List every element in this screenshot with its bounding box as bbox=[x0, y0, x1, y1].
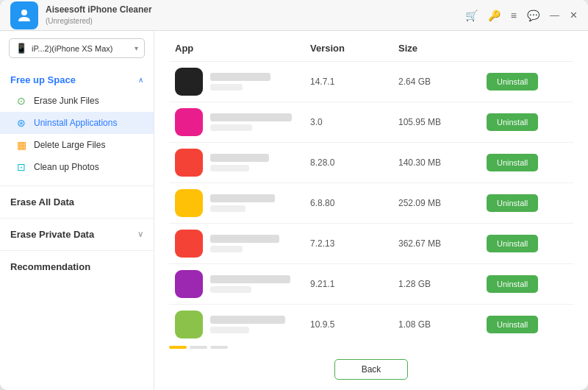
sidebar-erase-all-data[interactable]: Erase All Data bbox=[0, 189, 154, 215]
free-up-space-section: Free up Space ∧ ⊙ Erase Junk Files ⊛ Uni… bbox=[0, 65, 154, 182]
sidebar-recommendation[interactable]: Recommendation bbox=[0, 254, 154, 280]
app-sub-line bbox=[210, 246, 243, 252]
sidebar-item-delete-large[interactable]: ▦ Delete Large Files bbox=[0, 134, 154, 156]
erase-all-data-label: Erase All Data bbox=[10, 196, 74, 208]
version-cell: 14.7.1 bbox=[310, 77, 398, 87]
app-name-line bbox=[210, 73, 270, 81]
device-name: iP...2)(iPhone XS Max) bbox=[32, 44, 130, 53]
col-header-size: Size bbox=[398, 43, 487, 54]
sidebar-item-label: Clean up Photos bbox=[34, 162, 99, 172]
table-row: 7.2.13362.67 MBUninstall bbox=[169, 224, 573, 264]
app-cell bbox=[175, 108, 310, 136]
version-cell: 8.28.0 bbox=[310, 157, 398, 168]
delete-large-icon: ▦ bbox=[15, 139, 28, 151]
cart-icon[interactable]: 🛒 bbox=[465, 10, 478, 21]
col-header-action bbox=[487, 43, 567, 54]
app-name-block bbox=[210, 154, 269, 171]
close-button[interactable]: ✕ bbox=[570, 10, 578, 21]
progress-area bbox=[169, 346, 573, 349]
app-sub-line bbox=[210, 286, 251, 293]
sidebar-erase-private-data[interactable]: Erase Private Data ∨ bbox=[0, 221, 154, 247]
clean-photos-icon: ⊡ bbox=[15, 161, 28, 173]
action-cell: Uninstall bbox=[487, 275, 567, 293]
app-icon bbox=[175, 311, 203, 338]
uninstall-button[interactable]: Uninstall bbox=[487, 194, 538, 212]
uninstall-button[interactable]: Uninstall bbox=[487, 316, 538, 333]
app-cell bbox=[175, 230, 310, 258]
table-row: 10.9.51.08 GBUninstall bbox=[169, 305, 573, 340]
table-body: 14.7.12.64 GBUninstall3.0105.95 MBUninst… bbox=[169, 62, 573, 340]
version-cell: 6.8.80 bbox=[310, 198, 398, 208]
uninstall-button[interactable]: Uninstall bbox=[487, 73, 538, 91]
app-name-line bbox=[210, 154, 269, 162]
app-icon bbox=[175, 230, 203, 258]
footer: Back bbox=[169, 353, 573, 383]
size-cell: 140.30 MB bbox=[398, 157, 487, 168]
app-cell bbox=[175, 68, 310, 96]
device-selector[interactable]: 📱 iP...2)(iPhone XS Max) ▾ bbox=[9, 38, 145, 58]
sidebar-item-label: Erase Junk Files bbox=[34, 96, 99, 106]
menu-icon[interactable]: ≡ bbox=[511, 10, 517, 21]
col-header-app: App bbox=[175, 43, 310, 54]
action-cell: Uninstall bbox=[487, 154, 567, 171]
key-icon[interactable]: 🔑 bbox=[488, 10, 501, 21]
app-logo bbox=[10, 1, 38, 29]
sidebar-divider-3 bbox=[0, 250, 154, 251]
action-cell: Uninstall bbox=[487, 113, 567, 131]
back-button[interactable]: Back bbox=[334, 359, 409, 380]
app-cell bbox=[175, 189, 310, 217]
action-cell: Uninstall bbox=[487, 316, 567, 333]
uninstall-button[interactable]: Uninstall bbox=[487, 275, 538, 293]
app-name-block bbox=[210, 316, 285, 333]
table-row: 9.21.11.28 GBUninstall bbox=[169, 264, 573, 305]
main-layout: 📱 iP...2)(iPhone XS Max) ▾ Free up Space… bbox=[0, 31, 588, 390]
app-cell bbox=[175, 149, 310, 177]
recommendation-label: Recommendation bbox=[10, 261, 90, 272]
free-up-space-title: Free up Space bbox=[10, 74, 76, 85]
chevron-down-icon: ▾ bbox=[135, 44, 138, 52]
titlebar: Aiseesoft iPhone Cleaner (Unregistered) … bbox=[0, 0, 588, 31]
app-cell bbox=[175, 311, 310, 338]
sidebar-item-uninstall-apps[interactable]: ⊛ Uninstall Applications bbox=[0, 112, 154, 134]
uninstall-button[interactable]: Uninstall bbox=[487, 235, 538, 252]
app-name-line bbox=[210, 194, 275, 202]
sidebar-divider-2 bbox=[0, 218, 154, 219]
app-icon bbox=[175, 108, 203, 136]
app-sub-title: (Unregistered) bbox=[46, 16, 152, 26]
app-name-line bbox=[210, 235, 279, 243]
app-sub-line bbox=[210, 205, 245, 212]
app-main-title: Aiseesoft iPhone Cleaner bbox=[46, 4, 152, 16]
progress-dot-2 bbox=[190, 346, 207, 349]
version-cell: 10.9.5 bbox=[310, 319, 398, 330]
version-cell: 7.2.13 bbox=[310, 238, 398, 249]
size-cell: 2.64 GB bbox=[398, 77, 487, 87]
sidebar: 📱 iP...2)(iPhone XS Max) ▾ Free up Space… bbox=[0, 31, 154, 390]
chat-icon[interactable]: 💬 bbox=[527, 10, 539, 21]
free-up-space-header[interactable]: Free up Space ∧ bbox=[0, 70, 154, 90]
app-name-line bbox=[210, 113, 292, 121]
version-cell: 9.21.1 bbox=[310, 279, 398, 289]
table-row: 3.0105.95 MBUninstall bbox=[169, 102, 573, 143]
version-cell: 3.0 bbox=[310, 117, 398, 127]
size-cell: 362.67 MB bbox=[398, 238, 487, 249]
phone-icon: 📱 bbox=[15, 43, 27, 54]
uninstall-button[interactable]: Uninstall bbox=[487, 154, 538, 171]
app-name-line bbox=[210, 316, 285, 324]
size-cell: 105.95 MB bbox=[398, 117, 487, 127]
sidebar-item-erase-junk[interactable]: ⊙ Erase Junk Files bbox=[0, 90, 154, 112]
svg-point-0 bbox=[21, 10, 27, 15]
content-area: App Version Size 14.7.12.64 GBUninstall3… bbox=[154, 31, 588, 390]
erase-private-data-label: Erase Private Data bbox=[10, 229, 94, 240]
app-icon bbox=[175, 68, 203, 96]
uninstall-apps-icon: ⊛ bbox=[15, 117, 28, 129]
minimize-button[interactable]: — bbox=[550, 10, 559, 21]
app-sub-line bbox=[210, 165, 249, 171]
app-name-line bbox=[210, 275, 290, 283]
uninstall-button[interactable]: Uninstall bbox=[487, 113, 538, 131]
size-cell: 252.09 MB bbox=[398, 198, 487, 208]
sidebar-item-label: Delete Large Files bbox=[34, 140, 105, 150]
progress-dot-1 bbox=[169, 346, 187, 349]
table-header: App Version Size bbox=[169, 43, 573, 62]
app-sub-line bbox=[210, 84, 243, 91]
sidebar-item-clean-photos[interactable]: ⊡ Clean up Photos bbox=[0, 156, 154, 178]
